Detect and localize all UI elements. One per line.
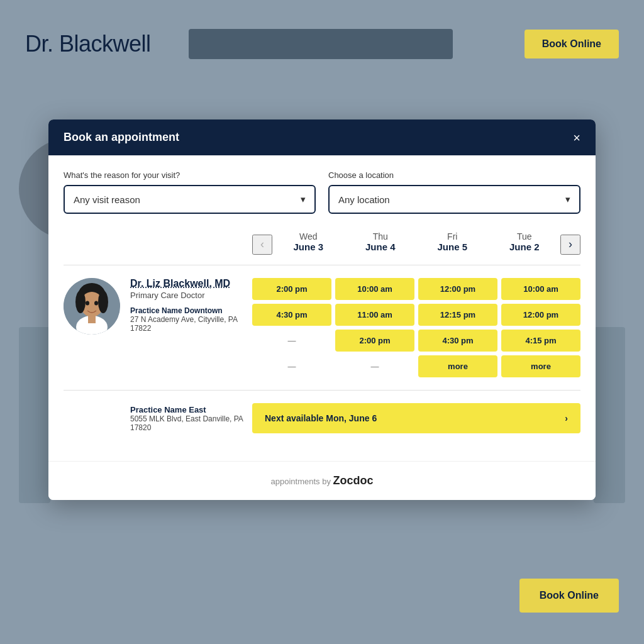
modal-close-button[interactable]: × [573,131,580,144]
location-value: Any location [338,194,390,205]
doctor-specialty: Primary Care Doctor [130,291,252,300]
next-available-button[interactable]: Next available Mon, June 6 › [252,403,580,433]
date-day-2: Fri [421,231,484,242]
time-slot-r1-c3[interactable]: 12:00 pm [501,304,580,326]
next-available-label: Next available Mon, June 6 [265,413,377,423]
footer-brand: Zocdoc [333,474,374,487]
filter-row: What's the reason for your visit? Any vi… [64,170,580,214]
date-col-3: TueJune 2 [489,229,561,260]
visit-reason-value: Any visit reason [74,194,140,205]
next-available-arrow: › [565,413,568,423]
svg-point-8 [94,301,98,306]
time-slot-r2-c3[interactable]: 4:15 pm [501,330,580,352]
doctor-name: Dr. Liz Blackwell, MD [130,278,252,289]
doctor-avatar [64,278,120,335]
date-col-0: WedJune 3 [272,229,345,260]
doctor-info: Dr. Liz Blackwell, MD Primary Care Docto… [64,278,252,335]
search-bar[interactable] [189,29,453,59]
calendar-next-button[interactable]: › [560,235,580,255]
location-chevron: ▾ [565,194,570,205]
location-select[interactable]: Any location ▾ [328,185,580,214]
visit-reason-select[interactable]: Any visit reason ▾ [64,185,316,214]
time-slot-r1-c1[interactable]: 11:00 am [335,304,414,326]
location-group: Choose a location Any location ▾ [328,170,580,214]
visit-reason-chevron: ▾ [301,194,306,205]
date-columns: WedJune 3ThuJune 4FriJune 5TueJune 2 [272,229,560,260]
time-slot-r3-c2[interactable]: more [418,355,497,377]
practice-east-address: 5055 MLK Blvd, East Danville, PA 17820 [130,414,252,432]
location-label: Choose a location [328,170,580,180]
background-content: Book an appointment × What's the reason … [0,88,644,644]
time-slot-r2-c0: — [252,330,331,352]
date-day-1: Thu [350,231,412,242]
time-slot-r0-c3[interactable]: 10:00 am [501,278,580,300]
book-online-bottom-button[interactable]: Book Online [519,579,619,613]
date-day-0: Wed [277,231,340,242]
booking-modal: Book an appointment × What's the reason … [48,119,596,500]
time-slot-r2-c2[interactable]: 4:30 pm [418,330,497,352]
doctor-text: Dr. Liz Blackwell, MD Primary Care Docto… [130,278,252,333]
time-slot-r3-c1: — [335,355,414,377]
modal-body: What's the reason for your visit? Any vi… [48,155,596,461]
svg-point-4 [98,291,108,313]
footer-prefix: appointments by [270,477,333,486]
practice-east-row: Practice Name East 5055 MLK Blvd, East D… [64,390,580,446]
svg-point-3 [75,291,86,313]
calendar-prev-button[interactable]: ‹ [252,235,272,255]
time-slot-r0-c1[interactable]: 10:00 am [335,278,414,300]
date-num-0: June 3 [277,242,340,252]
time-slot-r3-c3[interactable]: more [501,355,580,377]
time-slot-r2-c1[interactable]: 2:00 pm [335,330,414,352]
modal-overlay: Book an appointment × What's the reason … [0,88,644,644]
time-slot-r0-c2[interactable]: 12:00 pm [418,278,497,300]
time-slot-r3-c0: — [252,355,331,377]
modal-footer: appointments by Zocdoc [48,461,596,500]
practice-east-info: Practice Name East 5055 MLK Blvd, East D… [64,405,252,432]
date-num-3: June 2 [494,242,556,252]
calendar-nav-container: ‹ WedJune 3ThuJune 4FriJune 5TueJune 2 › [252,229,580,260]
book-online-top-button[interactable]: Book Online [525,30,619,58]
date-num-2: June 5 [421,242,484,252]
date-col-2: FriJune 5 [416,229,489,260]
date-num-1: June 4 [350,242,412,252]
site-title: Dr. Blackwell [25,31,151,57]
time-slot-r1-c2[interactable]: 12:15 pm [418,304,497,326]
visit-reason-group: What's the reason for your visit? Any vi… [64,170,316,214]
modal-header: Book an appointment × [48,119,596,155]
calendar-nav-row: ‹ WedJune 3ThuJune 4FriJune 5TueJune 2 › [64,229,580,260]
time-slots-grid: 2:00 pm10:00 am12:00 pm10:00 am4:30 pm11… [252,278,580,377]
doctor-row: Dr. Liz Blackwell, MD Primary Care Docto… [64,278,580,377]
svg-point-7 [86,301,89,306]
practice-address: 27 N Academy Ave, Cityville, PA 17822 [130,315,252,333]
practice-east-name: Practice Name East [130,405,252,414]
svg-rect-6 [88,314,96,323]
top-header: Dr. Blackwell Book Online [0,0,644,88]
doctor-section: Dr. Liz Blackwell, MD Primary Care Docto… [64,265,580,390]
practice-name: Practice Name Downtown [130,306,252,315]
time-slot-r0-c0[interactable]: 2:00 pm [252,278,331,300]
modal-title: Book an appointment [64,131,179,144]
date-day-3: Tue [494,231,556,242]
visit-reason-label: What's the reason for your visit? [64,170,316,180]
date-col-1: ThuJune 4 [345,229,417,260]
time-slot-r1-c0[interactable]: 4:30 pm [252,304,331,326]
